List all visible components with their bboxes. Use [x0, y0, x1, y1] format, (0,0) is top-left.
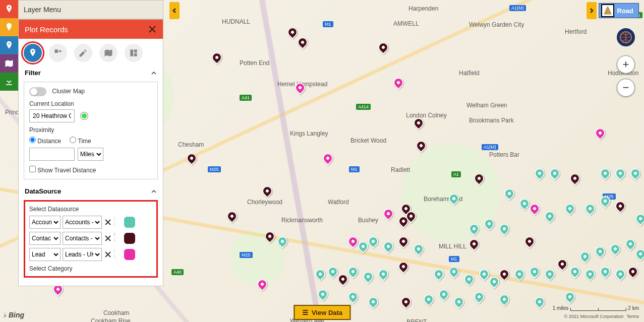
tool-region-icon[interactable]	[0, 54, 18, 73]
map-pin[interactable]	[535, 168, 545, 181]
map-pin[interactable]	[323, 153, 333, 166]
zoom-in-button[interactable]: +	[617, 55, 635, 74]
tab-region[interactable]	[99, 44, 118, 62]
map-pin[interactable]	[368, 236, 378, 249]
map-pin[interactable]	[257, 279, 267, 292]
tool-search-location-icon[interactable]	[0, 36, 18, 54]
map-pin[interactable]	[328, 267, 338, 280]
map-pin[interactable]	[504, 188, 514, 202]
ds-entity-select[interactable]: Contac	[29, 232, 61, 245]
cluster-map-toggle[interactable]	[29, 87, 46, 96]
ds-view-select[interactable]: Leads - UK	[63, 248, 102, 261]
map-pin[interactable]	[595, 128, 605, 141]
map-pin[interactable]	[439, 289, 449, 302]
map-pin[interactable]	[545, 269, 555, 282]
map-pin[interactable]	[519, 199, 530, 212]
collapse-right-tab[interactable]	[587, 2, 597, 19]
map-pin[interactable]	[416, 141, 426, 154]
map-pin[interactable]	[580, 251, 590, 265]
map-pin[interactable]	[227, 211, 237, 224]
ds-view-select[interactable]: Contacts -	[63, 232, 102, 245]
ds-entity-select[interactable]: Lead	[29, 248, 61, 261]
map-pin[interactable]	[318, 289, 328, 302]
tool-pin-icon[interactable]	[0, 0, 18, 18]
map-pin[interactable]	[424, 294, 434, 307]
map-pin[interactable]	[277, 236, 287, 249]
ds-entity-select[interactable]: Accoun	[29, 216, 61, 229]
map-pin[interactable]	[295, 83, 305, 96]
map-pin[interactable]	[585, 269, 595, 282]
current-location-dot-icon[interactable]	[81, 112, 88, 119]
filter-section-head[interactable]: Filter	[19, 66, 163, 80]
map-pin[interactable]	[565, 292, 575, 305]
map-pin[interactable]	[570, 267, 580, 280]
map-pin[interactable]	[187, 153, 197, 166]
map-pin[interactable]	[595, 246, 605, 260]
map-pin[interactable]	[474, 173, 484, 186]
map-pin[interactable]	[600, 196, 610, 209]
current-location-input[interactable]	[29, 109, 75, 122]
map-pin[interactable]	[585, 204, 595, 217]
map-pin[interactable]	[628, 267, 638, 280]
map-pin[interactable]	[474, 292, 484, 305]
tool-territory-icon[interactable]	[0, 18, 18, 36]
map-pin[interactable]	[348, 236, 358, 249]
map-pin[interactable]	[378, 269, 388, 282]
map-pin[interactable]	[287, 27, 298, 40]
show-travel-checkbox[interactable]: Show Travel Distance	[29, 167, 96, 174]
tool-download-icon[interactable]	[0, 73, 18, 91]
datasource-section-head[interactable]: DataSource	[19, 184, 163, 198]
map-pin[interactable]	[348, 267, 358, 280]
map-pin[interactable]	[454, 297, 464, 310]
map-pin[interactable]	[212, 52, 222, 66]
map-pin[interactable]	[298, 37, 308, 50]
map-pin[interactable]	[489, 277, 499, 290]
map-pin[interactable]	[550, 168, 560, 181]
tab-layout[interactable]	[125, 44, 143, 62]
view-data-button[interactable]: View Data	[294, 305, 350, 320]
map-pin[interactable]	[630, 168, 640, 181]
map-pin[interactable]	[600, 267, 610, 280]
globe-reset-button[interactable]	[617, 28, 635, 46]
map-pin[interactable]	[535, 297, 545, 310]
map-pin[interactable]	[398, 262, 408, 275]
map-pin[interactable]	[514, 269, 524, 282]
tab-draw[interactable]	[74, 44, 92, 62]
close-icon[interactable]	[148, 25, 157, 34]
map-pin[interactable]	[434, 269, 444, 282]
map-pin[interactable]	[635, 214, 644, 227]
map-pin[interactable]	[635, 249, 644, 262]
proximity-value-input[interactable]	[29, 148, 75, 161]
map-pin[interactable]	[414, 118, 424, 131]
map-pin[interactable]	[530, 204, 540, 217]
map-pin[interactable]	[358, 241, 368, 254]
ds-color-swatch[interactable]	[124, 217, 135, 228]
tab-territory[interactable]	[49, 44, 67, 62]
remove-row-icon[interactable]	[104, 234, 112, 242]
map-pin[interactable]	[499, 269, 509, 282]
layer-menu-header[interactable]: Layer Menu	[18, 0, 163, 19]
map-pin[interactable]	[383, 241, 393, 254]
map-pin[interactable]	[449, 194, 459, 207]
map-pin[interactable]	[615, 201, 625, 214]
map-pin[interactable]	[398, 236, 408, 249]
map-type-road-button[interactable]: Road	[599, 3, 639, 18]
map-pin[interactable]	[469, 224, 479, 237]
map-pin[interactable]	[499, 294, 509, 307]
map-pin[interactable]	[484, 219, 494, 232]
map-pin[interactable]	[530, 267, 540, 280]
map-pin[interactable]	[348, 292, 358, 305]
ds-view-select[interactable]: Accounts -	[63, 216, 102, 229]
map-pin[interactable]	[368, 297, 378, 310]
map-pin[interactable]	[449, 267, 459, 280]
map-pin[interactable]	[398, 216, 408, 229]
collapse-left-tab[interactable]	[169, 2, 180, 19]
map-pin[interactable]	[315, 269, 325, 282]
map-pin[interactable]	[262, 186, 272, 199]
remove-row-icon[interactable]	[104, 250, 112, 259]
map-pin[interactable]	[469, 239, 479, 252]
tab-plot[interactable]	[24, 44, 42, 62]
map-pin[interactable]	[615, 168, 625, 181]
map-pin[interactable]	[499, 224, 509, 237]
map-pin[interactable]	[570, 173, 580, 186]
